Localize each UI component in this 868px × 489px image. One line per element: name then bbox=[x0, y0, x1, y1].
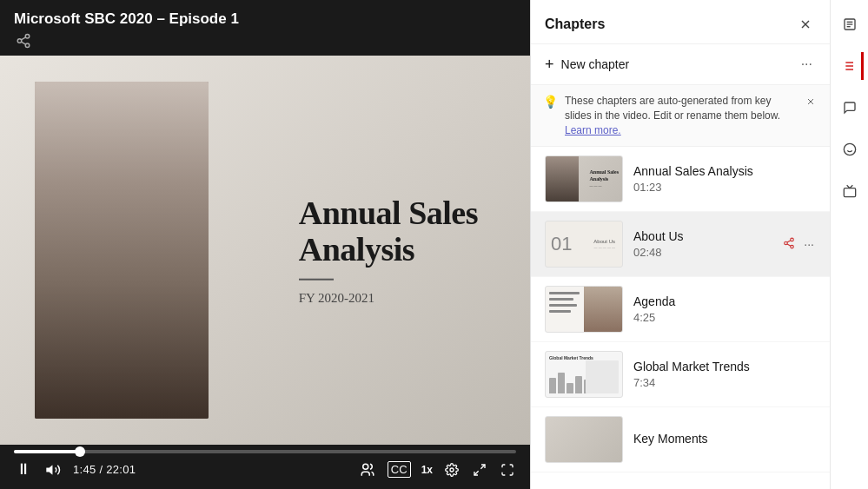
svg-line-4 bbox=[21, 37, 25, 40]
chapters-panel-title: Chapters bbox=[545, 17, 795, 32]
thumb-photo bbox=[546, 156, 579, 202]
thumb-photo bbox=[584, 287, 622, 332]
chapters-panel: Chapters + New chapter ··· 💡 These chapt… bbox=[530, 0, 830, 489]
slide-photo bbox=[35, 82, 209, 419]
svg-line-18 bbox=[787, 241, 791, 242]
svg-point-0 bbox=[25, 35, 30, 39]
banner-close-button[interactable] bbox=[804, 94, 818, 111]
chapter-share-button[interactable] bbox=[781, 235, 797, 254]
slide-divider bbox=[299, 278, 334, 280]
chapter-item[interactable]: 01 About Us— — — — — About Us 02:48 ··· bbox=[531, 212, 830, 277]
chapter-time: 7:34 bbox=[633, 376, 816, 389]
video-player: Microsoft SBC 2020 – Episode 1 Annual Sa… bbox=[0, 0, 530, 489]
slide-text-area: Annual Sales Analysis FY 2020-2021 bbox=[299, 195, 478, 306]
reactions-icon-button[interactable] bbox=[836, 135, 864, 163]
svg-point-14 bbox=[791, 238, 794, 241]
progress-container bbox=[14, 450, 516, 453]
progress-fill bbox=[14, 450, 80, 453]
miniplayer-button[interactable] bbox=[471, 461, 488, 479]
learn-more-link[interactable]: Learn more. bbox=[565, 124, 621, 136]
chapter-info: Agenda 4:25 bbox=[633, 294, 816, 324]
bar bbox=[575, 376, 582, 393]
transcript-icon-button[interactable] bbox=[836, 10, 864, 38]
clips-icon-button[interactable] bbox=[836, 177, 864, 205]
chapters-list: Annual SalesAnalysis— — — Annual Sales A… bbox=[531, 147, 830, 489]
volume-button[interactable] bbox=[43, 460, 63, 479]
svg-rect-32 bbox=[844, 188, 855, 197]
thumb-lines bbox=[549, 292, 584, 327]
chapter-more-button[interactable]: ··· bbox=[802, 235, 816, 253]
settings-button[interactable] bbox=[443, 461, 461, 479]
chapter-item[interactable]: Agenda 4:25 bbox=[531, 277, 830, 342]
chapter-name: Agenda bbox=[633, 294, 816, 308]
chapter-item[interactable]: Global Market Trends Global Market Trend… bbox=[531, 342, 830, 407]
chapter-name: About Us bbox=[633, 229, 771, 243]
plus-icon: + bbox=[545, 56, 554, 74]
auto-gen-banner: 💡 These chapters are auto-generated from… bbox=[531, 85, 830, 147]
chapter-time: 02:48 bbox=[633, 246, 771, 259]
svg-line-9 bbox=[474, 471, 479, 475]
chapter-time: 4:25 bbox=[633, 311, 816, 324]
share-icon-row bbox=[14, 31, 516, 50]
chapter-info: Annual Sales Analysis 01:23 bbox=[633, 164, 816, 194]
chapter-item[interactable]: Annual SalesAnalysis— — — Annual Sales A… bbox=[531, 147, 830, 212]
bar bbox=[558, 373, 565, 393]
svg-point-15 bbox=[785, 241, 788, 245]
banner-text: These chapters are auto-generated from k… bbox=[565, 94, 797, 137]
fullscreen-button[interactable] bbox=[499, 461, 516, 479]
chapter-thumbnail bbox=[545, 416, 623, 463]
slide-subtitle: FY 2020-2021 bbox=[299, 290, 478, 305]
new-chapter-more-button[interactable]: ··· bbox=[798, 53, 816, 76]
thumb-bars bbox=[549, 367, 591, 393]
new-chapter-row: + New chapter ··· bbox=[531, 44, 830, 85]
share-button[interactable] bbox=[14, 31, 33, 50]
people-button[interactable] bbox=[358, 460, 377, 479]
chapter-name: Annual Sales Analysis bbox=[633, 164, 816, 178]
new-chapter-label: New chapter bbox=[561, 57, 630, 71]
close-chapters-button[interactable] bbox=[795, 14, 816, 35]
slide-main-title: Annual Sales Analysis bbox=[299, 195, 478, 268]
line bbox=[549, 304, 577, 307]
svg-line-3 bbox=[21, 42, 25, 44]
right-sidebar bbox=[830, 0, 868, 489]
video-title-bar: Microsoft SBC 2020 – Episode 1 bbox=[0, 0, 530, 56]
line bbox=[549, 298, 573, 301]
svg-point-29 bbox=[844, 143, 855, 155]
line bbox=[549, 310, 571, 313]
chapter-thumbnail bbox=[545, 286, 623, 333]
chapter-thumbnail: Global Market Trends bbox=[545, 351, 623, 398]
svg-line-8 bbox=[480, 465, 485, 469]
chapter-thumbnail: Annual SalesAnalysis— — — bbox=[545, 155, 623, 202]
chapter-item[interactable]: Key Moments bbox=[531, 407, 830, 472]
progress-bar[interactable] bbox=[14, 450, 516, 453]
women-silhouette bbox=[35, 82, 209, 419]
video-title: Microsoft SBC 2020 – Episode 1 bbox=[14, 10, 516, 28]
play-pause-button[interactable]: ⏸ bbox=[14, 459, 33, 480]
thumb-text: Annual SalesAnalysis— — — bbox=[589, 170, 619, 189]
controls-row: ⏸ 1:45 / 22:01 CC 1x bbox=[14, 459, 516, 480]
svg-point-6 bbox=[363, 464, 368, 469]
chapters-icon-button[interactable] bbox=[836, 52, 864, 80]
comments-icon-button[interactable] bbox=[836, 94, 864, 122]
bar bbox=[549, 378, 556, 393]
chapter-info: Key Moments bbox=[633, 432, 816, 448]
chapter-time: 01:23 bbox=[633, 181, 816, 194]
svg-marker-5 bbox=[47, 465, 53, 474]
chapter-thumbnail: 01 About Us— — — — — bbox=[545, 221, 623, 268]
thumb-table bbox=[586, 360, 619, 393]
chapter-info: About Us 02:48 bbox=[633, 229, 771, 259]
captions-button[interactable]: CC bbox=[388, 461, 411, 478]
lightbulb-icon: 💡 bbox=[543, 95, 558, 109]
svg-line-17 bbox=[787, 244, 791, 246]
progress-thumb bbox=[75, 446, 85, 457]
speed-button[interactable]: 1x bbox=[421, 464, 433, 476]
svg-point-1 bbox=[17, 39, 22, 43]
controls-bar: ⏸ 1:45 / 22:01 CC 1x bbox=[0, 445, 530, 489]
chapter-actions: ··· bbox=[781, 235, 816, 254]
time-display: 1:45 / 22:01 bbox=[73, 463, 136, 476]
chapter-name: Global Market Trends bbox=[633, 360, 816, 373]
svg-point-2 bbox=[25, 43, 30, 48]
new-chapter-button[interactable]: + New chapter bbox=[545, 56, 798, 74]
thumb-text: About Us— — — — — bbox=[593, 239, 615, 249]
bar bbox=[567, 383, 573, 393]
